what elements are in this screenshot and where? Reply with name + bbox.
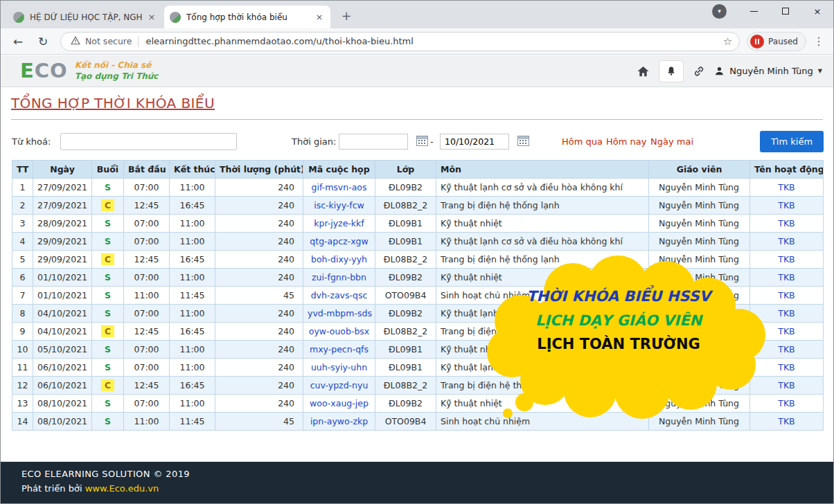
meeting-code-link[interactable]: ipn-aywo-zkp [310, 416, 368, 426]
user-menu[interactable]: Nguyễn Minh Tùng ▼ [714, 66, 822, 76]
cell-ngay: 04/10/2021 [33, 305, 92, 323]
cell-mon: Kỹ thuật lạnh cơ sở và điều hòa không kh… [436, 305, 649, 323]
meeting-code-link[interactable]: kpr-jyze-kkf [314, 218, 364, 228]
meeting-code-link[interactable]: isc-kiyy-fcw [314, 200, 364, 210]
cell-ket_thuc: 16:45 [170, 377, 215, 395]
activity-tkb-link[interactable]: TKB [778, 362, 795, 372]
minimize-button[interactable] [738, 1, 770, 21]
maximize-button[interactable] [770, 1, 801, 21]
cell-buoi: S [92, 287, 124, 305]
activity-tkb-link[interactable]: TKB [778, 380, 795, 390]
cell-hd: TKB [750, 269, 824, 287]
activity-tkb-link[interactable]: TKB [778, 182, 795, 192]
cell-mon: Kỹ thuật nhiệt [436, 215, 649, 233]
cell-bat_dau: 07:00 [124, 359, 170, 377]
meeting-code-link[interactable]: mxy-pecn-qfs [310, 344, 369, 354]
bell-icon [666, 65, 677, 77]
cell-tt: 4 [12, 233, 33, 251]
quick-link-tomorrow[interactable]: Ngày mai [650, 136, 693, 147]
quick-link-yesterday[interactable]: Hôm qua [562, 136, 603, 147]
back-icon[interactable]: ← [10, 35, 26, 48]
activity-tkb-link[interactable]: TKB [778, 308, 795, 318]
keyword-input[interactable] [60, 133, 237, 150]
cell-ma: cuv-ypzd-nyu [303, 377, 375, 395]
footer-site-link[interactable]: www.Eco.edu.vn [85, 483, 159, 494]
meeting-code-link[interactable]: woo-xaug-jep [310, 398, 369, 408]
search-button[interactable]: Tìm kiếm [760, 131, 824, 152]
tab-he-du-lieu[interactable]: HỆ DỮ LIỆU HỌC TẬP, NGHIÊN C × [8, 6, 163, 28]
activity-tkb-link[interactable]: TKB [778, 272, 795, 282]
table-row: 601/10/2021S07:0011:00240zui-fgnn-bbnĐL0… [12, 269, 824, 287]
logo-tagline: Kết nối - Chia sẻ Tạo dựng Tri Thức [75, 60, 159, 82]
notifications-button[interactable] [659, 60, 684, 82]
meeting-code-link[interactable]: dvh-zavs-qsc [311, 290, 368, 300]
close-button[interactable]: × [801, 1, 833, 21]
cell-gv: Nguyễn Minh Tùng [649, 251, 750, 269]
bookmark-star-icon[interactable]: ☆ [723, 35, 732, 48]
cell-buoi: S [92, 341, 124, 359]
browser-window: { "browser": { "tabs": [ { "title": "HỆ … [0, 0, 834, 504]
activity-tkb-link[interactable]: TKB [778, 398, 795, 408]
table-row: 1308/10/2021S07:0011:00240woo-xaug-jepĐL… [12, 395, 824, 413]
meeting-code-link[interactable]: qtg-apcz-xgw [310, 236, 368, 246]
cell-buoi: C [92, 197, 124, 215]
tagline-line2: Tạo dựng Tri Thức [75, 71, 159, 81]
date-from-input[interactable] [339, 134, 408, 150]
cell-bat_dau: 07:00 [124, 305, 170, 323]
column-header-bat_dau: Bắt đầu [124, 161, 170, 179]
cell-tt: 13 [12, 395, 33, 413]
activity-tkb-link[interactable]: TKB [778, 218, 795, 228]
reload-icon[interactable]: ↻ [35, 35, 51, 48]
cell-thoi_luong: 45 [215, 287, 303, 305]
cell-lop: ĐL08B2_2 [375, 197, 436, 215]
home-icon[interactable] [637, 65, 650, 78]
meeting-code-link[interactable]: oyw-ouob-bsx [309, 326, 370, 336]
cell-thoi_luong: 240 [215, 197, 303, 215]
activity-tkb-link[interactable]: TKB [778, 236, 795, 246]
meeting-code-link[interactable]: gif-msvn-aos [312, 182, 367, 192]
cell-ngay: 04/10/2021 [33, 323, 92, 341]
cell-hd: TKB [750, 413, 824, 431]
eco-logo[interactable]: ECO [20, 61, 68, 81]
calendar-icon[interactable] [416, 135, 428, 148]
cell-ngay: 27/09/2021 [33, 197, 92, 215]
quick-link-today[interactable]: Hôm nay [606, 136, 646, 147]
link-icon[interactable] [693, 65, 705, 78]
cell-mon: Kỹ thuật nhiệt [436, 269, 649, 287]
tab-thoi-khoa-bieu[interactable]: Tổng hợp thời khóa biểu × [164, 6, 330, 28]
new-tab-button[interactable]: + [337, 8, 355, 26]
calendar-icon[interactable] [517, 135, 529, 148]
browser-status-icon[interactable]: ▾ [712, 4, 727, 19]
activity-tkb-link[interactable]: TKB [778, 344, 795, 354]
activity-tkb-link[interactable]: TKB [778, 290, 795, 300]
date-to-input[interactable] [440, 134, 509, 150]
tab-favicon [13, 12, 24, 23]
tab-close-icon[interactable]: × [314, 12, 325, 23]
not-secure-label[interactable]: Not secure [85, 36, 132, 46]
activity-tkb-link[interactable]: TKB [778, 200, 795, 210]
footer-developed-label: Phát triển bởi [21, 483, 85, 494]
browser-menu-icon[interactable]: ⋮ [813, 35, 824, 48]
meeting-code-link[interactable]: yvd-mbpm-sds [308, 308, 372, 318]
cell-ngay: 29/09/2021 [33, 233, 92, 251]
tab-close-icon[interactable]: × [146, 12, 157, 23]
meeting-code-link[interactable]: cuv-ypzd-nyu [310, 380, 369, 390]
cell-ma: yvd-mbpm-sds [303, 305, 375, 323]
activity-tkb-link[interactable]: TKB [778, 416, 795, 426]
meeting-code-link[interactable]: uuh-syiy-uhn [311, 362, 367, 372]
cell-tt: 10 [12, 341, 33, 359]
cell-lop: ĐL09B2 [375, 269, 436, 287]
meeting-code-link[interactable]: boh-dixy-yyh [311, 254, 367, 264]
profile-paused-badge[interactable]: Paused [747, 32, 806, 51]
session-badge: S [105, 398, 111, 408]
activity-tkb-link[interactable]: TKB [778, 326, 795, 336]
cell-thoi_luong: 240 [215, 377, 303, 395]
activity-tkb-link[interactable]: TKB [778, 254, 795, 264]
url-text[interactable]: elearningdttec.phanmemdaotao.com/u/thoi-… [145, 36, 717, 46]
table-row: 328/09/2021S07:0011:00240kpr-jyze-kkfĐL0… [12, 215, 824, 233]
meeting-code-link[interactable]: zui-fgnn-bbn [312, 272, 366, 282]
maximize-icon [782, 8, 789, 15]
cell-ma: gif-msvn-aos [303, 179, 375, 197]
address-bar[interactable]: Not secure elearningdttec.phanmemdaotao.… [60, 32, 740, 51]
cell-gv: Nguyễn Minh Tùng [649, 233, 750, 251]
